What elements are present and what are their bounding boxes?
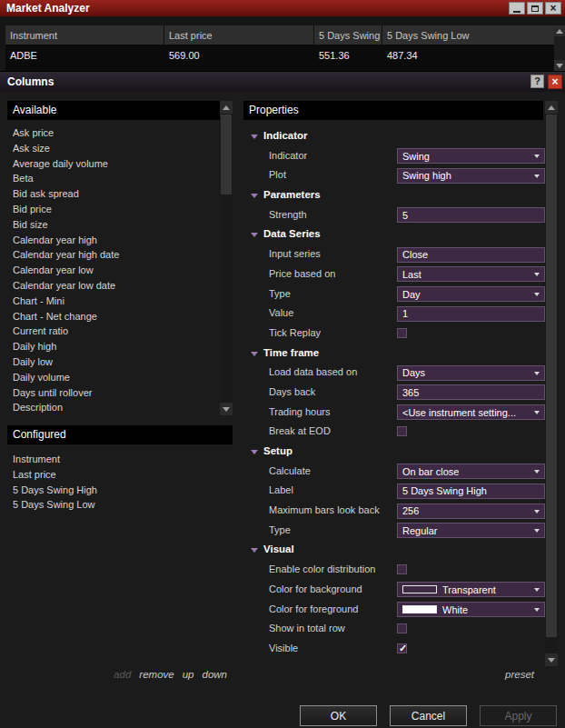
section-parameters[interactable]: Parameters [243,185,543,205]
chevron-down-icon [534,411,540,414]
properties-scrollbar[interactable] [545,101,558,666]
available-item[interactable]: Daily volume [7,370,220,385]
available-item[interactable]: Daily low [7,354,220,370]
available-item[interactable]: Calendar year high [7,233,220,248]
scrollbar-thumb[interactable] [221,115,232,194]
preset-link[interactable]: preset [253,669,534,680]
section-setup[interactable]: Setup [243,442,543,462]
available-item[interactable]: Description [7,400,220,413]
color-for-foreground-dropdown[interactable]: White [397,602,545,617]
restore-button[interactable] [527,2,543,15]
dialog-close-button[interactable]: × [548,75,562,89]
enable-color-distribution-checkbox[interactable]: ✓ [397,564,407,574]
move-down-button[interactable]: down [203,669,228,680]
window-title: Market Analyzer [6,0,90,16]
available-item[interactable]: Current ratio [7,324,220,339]
remove-button[interactable]: remove [139,669,173,680]
indicator-dropdown[interactable]: Swing [397,148,545,164]
setup-type-dropdown[interactable]: Regular [397,523,545,538]
column-header-instrument[interactable]: Instrument [5,25,164,45]
configured-item[interactable]: Last price [7,467,233,483]
show-in-total-row-checkbox[interactable]: ✓ [397,623,407,633]
available-item[interactable]: Ask price [7,125,220,141]
available-item[interactable]: Calendar year low date [7,278,220,294]
property-label: Break at EOD [269,422,331,442]
available-scrollbar[interactable] [220,101,233,415]
available-item[interactable]: Chart - Net change [7,309,220,324]
scroll-down-button[interactable] [545,653,558,666]
market-analyzer-titlebar[interactable]: Market Analyzer × [0,0,565,16]
configured-item[interactable]: Instrument [7,452,233,467]
table-cell: 487.34 [382,45,554,65]
chevron-down-icon [534,175,540,178]
input-series-input[interactable] [397,247,545,263]
available-item[interactable]: Calendar year low [7,263,220,278]
property-row-show-in-total-row: Show in total row ✓ [243,619,543,639]
scroll-up-button[interactable] [545,101,558,114]
available-item[interactable]: Average daily volume [7,156,220,172]
ok-button[interactable]: OK [300,705,377,726]
scroll-up-icon [548,105,555,110]
available-item[interactable]: Bid price [7,202,220,217]
available-item[interactable]: Bid ask spread [7,186,220,202]
scroll-down-button[interactable] [554,60,565,71]
price-based-on-dropdown[interactable]: Last [397,266,545,282]
scrollbar-thumb[interactable] [546,115,557,637]
collapse-arrow-icon [251,135,258,139]
window-close-button[interactable]: × [545,2,561,15]
plot-dropdown[interactable]: Swing high [397,168,545,184]
section-data-series[interactable]: Data Series [243,224,543,244]
available-item[interactable]: Bid size [7,217,220,233]
column-header-5-days-swing-low[interactable]: 5 Days Swing Low [382,25,554,45]
calculate-dropdown[interactable]: On bar close [397,464,545,479]
help-button[interactable]: ? [530,75,544,88]
column-header-5-days-swing-high[interactable]: 5 Days Swing High [314,25,382,45]
maximum-bars-look-back-dropdown[interactable]: 256 [397,504,545,519]
available-item[interactable]: Calendar year high date [7,247,220,263]
scroll-up-button[interactable] [220,101,233,114]
scroll-up-button[interactable] [554,25,565,36]
days-back-input[interactable] [397,384,545,400]
label-input[interactable] [397,484,545,499]
section-time-frame[interactable]: Time frame [243,344,543,364]
load-data-based-on-dropdown[interactable]: Days [397,365,545,381]
data-series-type-dropdown[interactable]: Day [397,286,545,302]
apply-button[interactable]: Apply [480,705,557,726]
add-button[interactable]: add [114,669,131,680]
dialog-titlebar[interactable]: Columns ? × [0,72,565,92]
property-row-days-back: Days back [243,383,543,403]
cancel-button[interactable]: Cancel [390,705,467,726]
minimize-button[interactable] [509,2,525,15]
table-row[interactable]: ADBE 569.00 551.36 487.34 [5,45,554,65]
property-row-value: Value [243,304,543,324]
section-visual[interactable]: Visual [243,540,543,560]
market-analyzer-app: Market Analyzer × Instrument Last price … [0,0,565,728]
configured-list: Instrument Last price 5 Days Swing High … [7,444,233,663]
minimize-icon [513,11,520,13]
table-cell: 551.36 [314,45,382,65]
section-title: Parameters [263,185,321,205]
available-item[interactable]: Daily high [7,339,220,354]
available-item[interactable]: Ask size [7,141,220,156]
column-header-last-price[interactable]: Last price [164,25,314,45]
configured-item[interactable]: 5 Days Swing Low [7,497,233,513]
property-row-price-based-on: Price based on Last [243,264,543,284]
section-title: Visual [263,540,294,560]
configured-item[interactable]: 5 Days Swing High [7,483,233,498]
available-item[interactable]: Days until rollover [7,385,220,401]
table-scrollbar[interactable] [554,25,565,71]
property-row-calculate: Calculate On bar close [243,462,543,482]
visible-checkbox[interactable]: ✓ [397,643,407,653]
break-at-eod-checkbox[interactable]: ✓ [397,426,407,436]
available-item[interactable]: Beta [7,171,220,186]
scroll-down-button[interactable] [220,403,233,415]
strength-input[interactable] [397,207,545,223]
section-indicator[interactable]: Indicator [243,126,543,146]
tick-replay-checkbox[interactable]: ✓ [397,328,407,338]
trading-hours-dropdown[interactable]: <Use instrument setting... [397,404,545,420]
color-for-background-dropdown[interactable]: Transparent [397,582,545,597]
value-input[interactable] [397,306,545,322]
available-item[interactable]: Chart - Mini [7,294,220,309]
move-up-button[interactable]: up [183,669,194,680]
table-cell: 569.00 [164,45,314,65]
